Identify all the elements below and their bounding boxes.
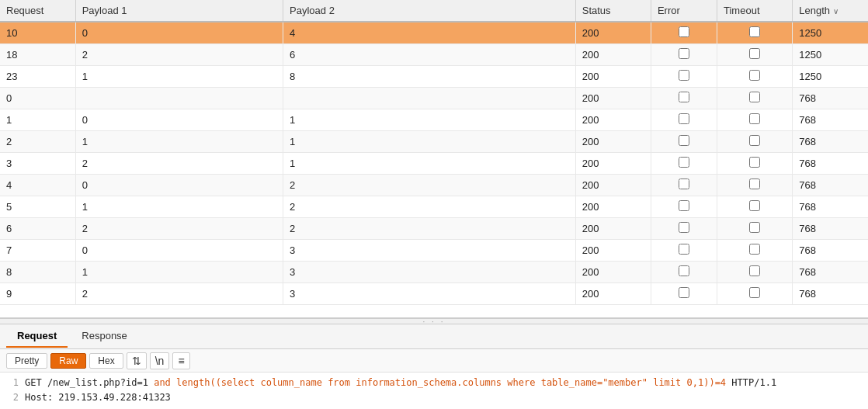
table-cell: 0 [75,175,283,196]
table-cell[interactable] [651,175,717,196]
error-checkbox[interactable] [679,92,689,102]
table-cell[interactable] [717,153,793,175]
table-cell[interactable] [651,88,717,109]
table-cell[interactable] [651,196,717,218]
table-cell[interactable] [717,218,793,240]
results-table-container[interactable]: Request Payload 1 Payload 2 Status Error [0,0,868,318]
timeout-checkbox[interactable] [749,70,760,81]
error-checkbox[interactable] [679,244,689,255]
table-cell: 200 [575,240,651,262]
table-cell[interactable] [717,109,793,131]
error-checkbox[interactable] [679,157,689,168]
col-header-length[interactable]: Length [793,0,868,22]
timeout-checkbox[interactable] [749,179,760,189]
table-cell[interactable] [717,196,793,218]
table-cell[interactable] [651,262,717,283]
table-row[interactable]: 402200768 [0,175,868,196]
error-checkbox[interactable] [679,113,689,124]
table-cell: 2 [0,131,75,153]
table-cell: 200 [575,44,651,66]
timeout-checkbox[interactable] [749,26,760,37]
table-cell: 768 [793,153,868,175]
table-cell[interactable] [651,22,717,44]
table-row[interactable]: 622200768 [0,218,868,240]
table-cell: 2 [75,44,283,66]
table-cell[interactable] [651,240,717,262]
table-row[interactable]: 321200768 [0,153,868,175]
table-cell[interactable] [651,153,717,175]
error-checkbox[interactable] [679,222,689,233]
table-cell[interactable] [717,131,793,153]
table-row[interactable]: 512200768 [0,196,868,218]
col-header-timeout[interactable]: Timeout [717,0,793,22]
table-cell [75,88,283,109]
timeout-checkbox[interactable] [749,92,760,102]
error-checkbox[interactable] [679,265,689,276]
table-row[interactable]: 703200768 [0,240,868,262]
table-cell[interactable] [651,44,717,66]
error-checkbox[interactable] [679,135,689,146]
line-number-1: 1 [6,376,19,390]
hex-button[interactable]: Hex [89,353,123,369]
table-cell[interactable] [717,262,793,283]
table-row[interactable]: 10042001250 [0,22,868,44]
timeout-checkbox[interactable] [749,113,760,124]
raw-button[interactable]: Raw [50,353,86,369]
table-cell[interactable] [717,22,793,44]
tabs-bar: Request Response [0,324,868,349]
table-cell[interactable] [651,283,717,305]
table-row[interactable]: 18262001250 [0,44,868,66]
table-row[interactable]: 211200768 [0,131,868,153]
table-row[interactable]: 0200768 [0,88,868,109]
table-cell[interactable] [651,131,717,153]
table-row[interactable]: 813200768 [0,262,868,283]
table-cell: 8 [0,262,75,283]
col-header-request[interactable]: Request [0,0,75,22]
table-cell[interactable] [651,218,717,240]
timeout-checkbox[interactable] [749,48,760,59]
table-row[interactable]: 101200768 [0,109,868,131]
timeout-checkbox[interactable] [749,244,760,255]
timeout-checkbox[interactable] [749,265,760,276]
timeout-checkbox[interactable] [749,287,760,298]
table-cell[interactable] [717,240,793,262]
table-cell[interactable] [717,66,793,88]
code-toolbar: Pretty Raw Hex ⇅ \n ≡ [0,349,868,373]
table-header-row: Request Payload 1 Payload 2 Status Error [0,0,868,22]
table-row[interactable]: 23182001250 [0,66,868,88]
code-line-1: 1 GET /new_list.php?id=1 and length((sel… [6,376,862,390]
error-checkbox[interactable] [679,48,689,59]
col-header-status[interactable]: Status [575,0,651,22]
error-checkbox[interactable] [679,200,689,211]
table-cell: 23 [0,66,75,88]
table-cell[interactable] [651,109,717,131]
table-cell[interactable] [651,66,717,88]
table-cell: 1 [75,66,283,88]
error-checkbox[interactable] [679,179,689,189]
timeout-checkbox[interactable] [749,222,760,233]
tab-response[interactable]: Response [71,325,138,348]
error-checkbox[interactable] [679,287,689,298]
error-checkbox[interactable] [679,70,689,81]
table-cell[interactable] [717,175,793,196]
timeout-checkbox[interactable] [749,157,760,168]
table-cell[interactable] [717,283,793,305]
table-cell: 1 [75,131,283,153]
tab-request[interactable]: Request [6,325,68,348]
error-checkbox[interactable] [679,26,689,37]
code-content-1: GET /new_list.php?id=1 and length((selec… [25,376,862,390]
resize-handle[interactable]: · · · [0,318,868,324]
pretty-button[interactable]: Pretty [6,353,47,369]
timeout-checkbox[interactable] [749,135,760,146]
table-cell[interactable] [717,88,793,109]
table-cell[interactable] [717,44,793,66]
menu-icon-button[interactable]: ≡ [172,352,189,369]
col-header-payload2[interactable]: Payload 2 [283,0,576,22]
table-cell: 1250 [793,22,868,44]
sort-icon-button[interactable]: ⇅ [127,352,147,369]
col-header-error[interactable]: Error [651,0,717,22]
col-header-payload1[interactable]: Payload 1 [75,0,283,22]
table-row[interactable]: 923200768 [0,283,868,305]
timeout-checkbox[interactable] [749,200,760,211]
newline-icon-button[interactable]: \n [150,352,170,369]
